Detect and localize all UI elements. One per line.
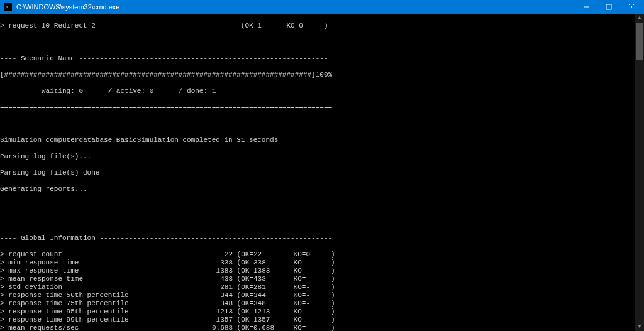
simulation-line: Simulation computerdatabase.BasicSimulat…	[0, 136, 641, 144]
ruler-line: ========================================…	[0, 104, 641, 112]
blank-line	[0, 38, 641, 46]
stat-value: 22	[208, 251, 233, 259]
stat-ko: KO=- )	[289, 283, 321, 291]
stats-row: > std deviation281 (OK=281 KO=- )	[0, 283, 641, 291]
stat-value: 344	[208, 291, 233, 300]
stat-ok: (OK=433	[233, 275, 289, 283]
titlebar-left: >_ C:\WINDOWS\system32\cmd.exe	[4, 3, 119, 11]
stat-label: > mean requests/sec	[0, 324, 208, 331]
stat-ko: KO=- )	[289, 259, 321, 267]
request-line: > request_10 Redirect 2 (OK=1 KO=0 )	[0, 22, 641, 30]
stats-row: > min response time338 (OK=338 KO=- )	[0, 259, 641, 267]
scenario-header: ---- Scenario Name ---------------------…	[0, 55, 641, 63]
stat-label: > response time 99th percentile	[0, 316, 208, 324]
stat-ko: KO=- )	[289, 324, 321, 331]
parsing-line-1: Parsing log file(s)...	[0, 153, 641, 161]
stat-ko: KO=- )	[289, 275, 321, 283]
stat-label: > max response time	[0, 267, 208, 275]
parsing-line-2: Parsing log file(s) done	[0, 169, 641, 177]
stat-ok: (OK=1213	[233, 308, 289, 316]
stats-row: > mean requests/sec0.688 (OK=0.688 KO=- …	[0, 324, 641, 331]
scroll-up-arrow-icon[interactable]: ▲	[635, 14, 644, 23]
scroll-down-arrow-icon[interactable]: ▼	[635, 322, 644, 331]
stat-ok: (OK=348	[233, 300, 289, 308]
stat-value: 1383	[208, 267, 233, 275]
stat-ok: (OK=1383	[233, 267, 289, 275]
terminal-output[interactable]: > request_10 Redirect 2 (OK=1 KO=0 ) ---…	[0, 14, 644, 331]
stat-ok: (OK=22	[233, 251, 289, 259]
stat-value: 433	[208, 275, 233, 283]
close-button[interactable]	[620, 0, 643, 14]
window-title: C:\WINDOWS\system32\cmd.exe	[16, 3, 119, 11]
maximize-button[interactable]	[597, 0, 620, 14]
stats-row: > response time 99th percentile1357 (OK=…	[0, 316, 641, 324]
stat-ko: KO=- )	[289, 291, 321, 300]
stat-ko: KO=- )	[289, 300, 321, 308]
stat-ok: (OK=281	[233, 283, 289, 291]
svg-text:>_: >_	[5, 4, 11, 10]
stats-row: > response time 50th percentile344 (OK=3…	[0, 291, 641, 300]
stat-ok: (OK=1357	[233, 316, 289, 324]
stat-ko: KO=- )	[289, 267, 321, 275]
stats-row: > response time 95th percentile1213 (OK=…	[0, 308, 641, 316]
stat-label: > request count	[0, 251, 208, 259]
progress-bar-line: [#######################################…	[0, 71, 641, 79]
stat-label: > min response time	[0, 259, 208, 267]
blank-line	[0, 202, 641, 210]
scrollbar-thumb[interactable]	[636, 23, 643, 60]
stats-row: > mean response time433 (OK=433 KO=- )	[0, 275, 641, 283]
stat-ok: (OK=0.688	[233, 324, 289, 331]
stat-value: 281	[208, 283, 233, 291]
stat-value: 338	[208, 259, 233, 267]
stat-ok: (OK=344	[233, 291, 289, 300]
counts-line: waiting: 0 / active: 0 / done: 1	[0, 87, 641, 95]
minimize-button[interactable]	[575, 0, 597, 14]
stat-label: > mean response time	[0, 275, 208, 283]
stat-ko: KO=0 )	[289, 251, 321, 259]
stats-row: > response time 75th percentile348 (OK=3…	[0, 300, 641, 308]
stat-label: > response time 50th percentile	[0, 291, 208, 300]
stat-label: > std deviation	[0, 283, 208, 291]
generating-line: Generating reports...	[0, 185, 641, 193]
stat-value: 348	[208, 300, 233, 308]
scrollbar-track[interactable]	[635, 23, 644, 322]
window-controls	[575, 0, 643, 14]
stat-value: 0.688	[208, 324, 233, 331]
stat-ko: KO=- )	[289, 316, 321, 324]
global-info-header: ---- Global Information ----------------…	[0, 234, 641, 242]
stat-ok: (OK=338	[233, 259, 289, 267]
svg-rect-3	[606, 4, 611, 9]
blank-line	[0, 120, 641, 128]
vertical-scrollbar[interactable]: ▲ ▼	[635, 14, 644, 331]
ruler-line: ========================================…	[0, 218, 641, 226]
app-icon: >_	[4, 3, 13, 11]
window-titlebar: >_ C:\WINDOWS\system32\cmd.exe	[0, 0, 644, 14]
stat-ko: KO=- )	[289, 308, 321, 316]
stats-row: > max response time1383 (OK=1383 KO=- )	[0, 267, 641, 275]
stat-label: > response time 75th percentile	[0, 300, 208, 308]
stat-value: 1213	[208, 308, 233, 316]
stats-row: > request count22 (OK=22 KO=0 )	[0, 251, 641, 259]
stat-value: 1357	[208, 316, 233, 324]
stat-label: > response time 95th percentile	[0, 308, 208, 316]
